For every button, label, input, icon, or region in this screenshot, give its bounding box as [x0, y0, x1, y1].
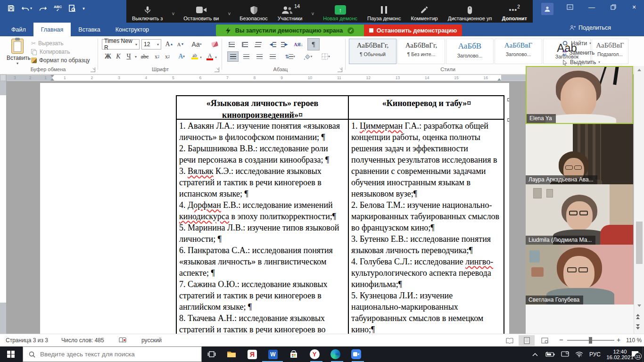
battery-icon[interactable] [543, 346, 557, 362]
doc-paragraph-1[interactable]: 2. Белова Т.М.: изучение национально-мар… [351, 199, 502, 233]
clipboard-dialog-launcher[interactable]: ↘ [91, 67, 95, 72]
zoom-app-icon[interactable] [348, 348, 364, 360]
grow-font-button[interactable]: А▲ [164, 39, 174, 49]
ruler-origin-box[interactable] [0, 74, 6, 81]
video-tile-1[interactable]: Elena Ya [526, 66, 633, 124]
remote-control-button[interactable]: Дистанционное уп [447, 0, 493, 22]
save-icon[interactable] [8, 5, 15, 12]
hanging-indent-marker[interactable] [50, 78, 54, 81]
decrease-indent-button[interactable]: ◀ [268, 39, 278, 49]
right-indent-marker[interactable] [497, 78, 501, 81]
print-layout-button[interactable] [519, 335, 535, 346]
video-tile-4[interactable]: Светлана Голубева [526, 245, 633, 304]
style-heading1[interactable]: АаБбВЗаголово... [446, 39, 494, 64]
shading-button[interactable]: ▾ [301, 51, 315, 62]
replace-button[interactable]: abacЗаменить [562, 49, 594, 56]
font-name-combo[interactable]: Times New R▾ [102, 39, 140, 49]
pause-share-button[interactable]: Пауза демонс [366, 0, 402, 22]
mute-button[interactable]: Выключить з [131, 0, 164, 22]
share-document-button[interactable]: Поделиться [569, 25, 611, 31]
cut-button[interactable]: ✂Вырезать [31, 40, 63, 47]
file-explorer-icon[interactable] [223, 348, 239, 360]
read-mode-button[interactable] [502, 335, 518, 346]
strikethrough-button[interactable]: abc [140, 51, 150, 62]
justify-button[interactable] [267, 51, 278, 62]
horizontal-ruler[interactable]: 321 12345678910111213141516 [7, 74, 534, 81]
page-indicator[interactable]: Страница 3 из 3 [6, 337, 48, 344]
undo-icon[interactable]: ▾ [22, 5, 32, 12]
paste-button[interactable]: Вставить ▾ [7, 39, 28, 66]
doc-paragraph-2[interactable]: 3. Вяльяк К.Э.: исследование языковых ст… [179, 165, 346, 199]
tab-0[interactable]: Файл [4, 23, 33, 36]
document-table[interactable]: «Языковая личность» героев кинопроизведе… [176, 95, 504, 334]
zoom-out-button[interactable]: − [559, 336, 563, 344]
doc-paragraph-2[interactable]: 3. Бутенко Е.В.: исследование понятия яз… [351, 233, 502, 256]
numbering-button[interactable] [239, 39, 250, 49]
zoom-slider-thumb[interactable] [589, 337, 592, 344]
tray-show-hidden-icons[interactable] [529, 346, 541, 362]
align-left-button[interactable] [227, 51, 239, 62]
spellcheck-icon[interactable]: ABC✓ [54, 5, 62, 12]
format-painter-button[interactable]: Формат по образцу [31, 57, 90, 64]
shrink-font-button[interactable]: А▼ [175, 39, 186, 49]
redo-icon[interactable] [39, 5, 47, 12]
bold-button[interactable]: Ж [103, 51, 113, 62]
multilevel-list-button[interactable] [253, 39, 263, 49]
font-color-options-chevron[interactable]: ▾ [213, 52, 219, 63]
video-tile-2[interactable]: Лаура Аркадьевна Ава... [526, 124, 633, 184]
text-effects-button[interactable]: А▾ [176, 51, 187, 62]
word-taskbar-icon[interactable]: W [265, 348, 281, 360]
wifi-icon[interactable]: * [572, 346, 586, 362]
doc-paragraph-4[interactable]: 5. Маринина Л.В.: изучение типов языково… [179, 222, 346, 245]
scroll-down-arrow[interactable] [636, 304, 643, 307]
subscript-button[interactable]: x2 [152, 51, 162, 62]
paragraph-dialog-launcher[interactable]: ↘ [338, 67, 342, 72]
edge-icon[interactable] [327, 348, 343, 360]
doc-paragraph-5[interactable]: 6. Панкратова С.А.: исследования понятия… [179, 245, 346, 279]
word-count[interactable]: Число слов: 485 [61, 337, 104, 344]
font-dialog-launcher[interactable]: ↘ [215, 67, 219, 72]
scroll-up-arrow[interactable] [636, 69, 643, 71]
line-spacing-button[interactable]: ⇅▾ [283, 51, 297, 62]
zoom-level[interactable]: 110 % [626, 337, 642, 344]
yandex-browser-icon[interactable]: Y [306, 348, 322, 360]
stop-video-button[interactable]: Остановить ви [182, 0, 220, 22]
next-page-button[interactable] [636, 324, 643, 329]
tab-3[interactable]: Конструктор [108, 23, 157, 36]
ribbon-display-options-icon[interactable] [559, 0, 581, 14]
zoom-in-button[interactable]: + [617, 336, 620, 344]
doc-paragraph-4[interactable]: 5. Кузнецова Л.И.: изучение национально-… [351, 290, 502, 334]
align-center-button[interactable] [240, 51, 252, 62]
borders-button[interactable]: ▾ [319, 51, 333, 62]
account-avatar[interactable] [541, 3, 553, 15]
cast-display-icon[interactable] [558, 346, 571, 362]
underline-button[interactable]: Ч [124, 51, 134, 62]
underline-options-chevron[interactable]: ▾ [133, 51, 139, 62]
proofing-errors-icon[interactable] [119, 337, 126, 343]
language-indicator[interactable]: русский [141, 337, 162, 344]
increase-indent-button[interactable]: ▶ [279, 39, 289, 49]
taskbar-search[interactable] [23, 346, 202, 362]
participants-button[interactable]: 14 Участники [277, 0, 304, 22]
select-button[interactable]: Выделить▾ [562, 59, 600, 66]
language-indicator[interactable]: РУС [586, 346, 603, 362]
action-center-icon[interactable]: 11 [628, 346, 642, 362]
document-scrollbar[interactable] [634, 66, 644, 334]
clear-formatting-button[interactable] [209, 39, 220, 49]
restore-button[interactable] [603, 0, 624, 14]
security-button[interactable]: Безопаснос [239, 0, 268, 22]
bullets-button[interactable] [226, 39, 237, 49]
sort-button[interactable]: АЯ↓ [293, 39, 304, 49]
table-header-right[interactable]: «Киноперевод и табу»¤ [349, 96, 504, 120]
print-preview-icon[interactable] [69, 5, 75, 12]
stop-share-button[interactable]: Остановить демонстрацию [364, 25, 462, 36]
minimize-button[interactable]: — [581, 0, 603, 14]
tab-1[interactable]: Главная [33, 23, 71, 36]
qat-customize-icon[interactable]: ▾ [83, 6, 85, 11]
italic-button[interactable]: К [113, 51, 124, 62]
doc-paragraph-6[interactable]: 7. Сажина О.Ю.: исследование языковых ст… [179, 279, 346, 313]
more-button[interactable]: •••2 Дополнит [501, 0, 528, 22]
taskbar-search-input[interactable] [40, 351, 191, 358]
first-line-indent-marker[interactable] [50, 75, 54, 77]
doc-paragraph-3[interactable]: 4. Голубева С.Л.: исследование лингво-ку… [351, 256, 502, 290]
